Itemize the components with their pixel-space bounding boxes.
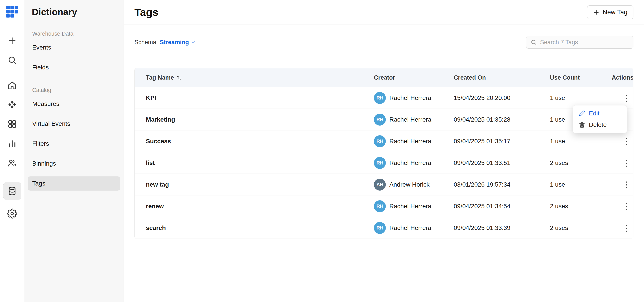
column-header-tag-name[interactable]: Tag Name bbox=[135, 74, 374, 81]
kebab-menu-icon[interactable]: ⋮ bbox=[619, 92, 634, 103]
sidebar-item-binnings[interactable]: Binnings bbox=[28, 157, 120, 171]
kebab-menu-icon[interactable]: ⋮ bbox=[619, 179, 634, 190]
dictionary-database-icon[interactable] bbox=[3, 182, 21, 200]
created-on: 09/04/2025 01:35:17 bbox=[454, 138, 550, 145]
created-on: 09/04/2025 01:33:51 bbox=[454, 160, 550, 167]
created-on: 15/04/2025 20:20:00 bbox=[454, 94, 550, 101]
sort-icon bbox=[176, 75, 182, 81]
table-row[interactable]: list RH Rachel Herrera 09/04/2025 01:33:… bbox=[135, 152, 633, 174]
table-row[interactable]: new tag AH Andrew Horick 03/01/2026 19:5… bbox=[135, 174, 633, 195]
app-logo-icon[interactable] bbox=[6, 5, 18, 18]
created-on: 09/04/2025 01:34:54 bbox=[454, 203, 550, 210]
table-row[interactable]: Marketing RH Rachel Herrera 09/04/2025 0… bbox=[135, 108, 633, 130]
creator-name: Rachel Herrera bbox=[389, 160, 431, 167]
settings-gear-icon[interactable] bbox=[6, 208, 18, 220]
use-count: 1 use bbox=[550, 94, 612, 101]
created-on: 09/04/2025 01:35:28 bbox=[454, 116, 550, 123]
sidebar-item-measures[interactable]: Measures bbox=[28, 97, 120, 111]
bar-chart-icon[interactable] bbox=[6, 137, 18, 149]
chevron-down-icon bbox=[191, 40, 196, 45]
tag-name: KPI bbox=[135, 94, 374, 101]
boards-icon[interactable] bbox=[6, 99, 18, 110]
creator-name: Rachel Herrera bbox=[389, 224, 431, 231]
actions-cell: ⋮ bbox=[612, 92, 634, 103]
sidebar-item-virtual-events[interactable]: Virtual Events bbox=[28, 117, 120, 131]
table-row[interactable]: Success RH Rachel Herrera 09/04/2025 01:… bbox=[135, 130, 633, 152]
actions-cell: ⋮ bbox=[612, 158, 634, 169]
new-tag-button[interactable]: New Tag bbox=[587, 5, 634, 19]
search-input[interactable] bbox=[540, 39, 629, 46]
avatar: RH bbox=[374, 222, 386, 234]
creator-name: Rachel Herrera bbox=[389, 94, 431, 101]
kebab-menu-icon[interactable]: ⋮ bbox=[619, 222, 634, 233]
table-row[interactable]: search RH Rachel Herrera 09/04/2025 01:3… bbox=[135, 217, 633, 239]
icon-rail bbox=[0, 0, 24, 302]
creator-cell: RH Rachel Herrera bbox=[374, 200, 454, 212]
created-on: 09/04/2025 01:33:39 bbox=[454, 224, 550, 231]
column-header-actions: Actions bbox=[612, 74, 634, 81]
new-tag-button-label: New Tag bbox=[603, 9, 628, 16]
plus-icon[interactable] bbox=[6, 35, 18, 47]
avatar: RH bbox=[374, 114, 386, 125]
users-icon[interactable] bbox=[6, 157, 18, 169]
creator-cell: RH Rachel Herrera bbox=[374, 222, 454, 234]
creator-name: Rachel Herrera bbox=[389, 138, 431, 145]
app-root: Dictionary Warehouse Data Events Fields … bbox=[0, 0, 644, 302]
avatar: RH bbox=[374, 200, 386, 212]
table-body: KPI RH Rachel Herrera 15/04/2025 20:20:0… bbox=[135, 87, 633, 239]
sidebar-section-warehouse-data: Warehouse Data bbox=[32, 31, 124, 37]
creator-cell: RH Rachel Herrera bbox=[374, 157, 454, 169]
sidebar: Dictionary Warehouse Data Events Fields … bbox=[24, 0, 124, 302]
avatar: RH bbox=[374, 157, 386, 169]
created-on: 03/01/2026 19:57:34 bbox=[454, 181, 550, 188]
use-count: 1 use bbox=[550, 138, 612, 145]
sidebar-item-events[interactable]: Events bbox=[28, 41, 120, 55]
actions-cell: ⋮ bbox=[612, 222, 634, 233]
use-count: 1 use bbox=[550, 181, 612, 188]
creator-cell: RH Rachel Herrera bbox=[374, 135, 454, 147]
schema-label: Schema bbox=[134, 39, 156, 46]
table-row[interactable]: KPI RH Rachel Herrera 15/04/2025 20:20:0… bbox=[135, 87, 633, 108]
app-title: Dictionary bbox=[24, 6, 124, 18]
sidebar-item-fields[interactable]: Fields bbox=[28, 60, 120, 75]
avatar: AH bbox=[374, 179, 386, 191]
search-icon bbox=[530, 39, 537, 46]
creator-name: Andrew Horick bbox=[389, 181, 430, 188]
creator-cell: RH Rachel Herrera bbox=[374, 92, 454, 104]
controls-row: Schema Streaming bbox=[124, 36, 644, 49]
tag-name: Marketing bbox=[135, 116, 374, 123]
menu-item-edit[interactable]: Edit bbox=[573, 108, 627, 119]
creator-cell: AH Andrew Horick bbox=[374, 179, 454, 191]
avatar: RH bbox=[374, 92, 386, 104]
kebab-menu-icon[interactable]: ⋮ bbox=[619, 136, 634, 147]
tag-name: search bbox=[135, 224, 374, 231]
column-header-created-on: Created On bbox=[454, 74, 550, 81]
search-icon[interactable] bbox=[6, 54, 18, 66]
actions-cell: ⋮ bbox=[612, 136, 634, 147]
home-icon[interactable] bbox=[6, 79, 18, 91]
schema-dropdown[interactable]: Streaming bbox=[160, 39, 196, 46]
trash-icon bbox=[579, 122, 585, 128]
creator-cell: RH Rachel Herrera bbox=[374, 114, 454, 125]
tags-table: Tag Name Creator Created On Use Count Ac… bbox=[134, 68, 634, 239]
sidebar-item-filters[interactable]: Filters bbox=[28, 137, 120, 151]
column-header-use-count: Use Count bbox=[550, 74, 612, 81]
page-header: Tags New Tag bbox=[124, 0, 644, 25]
kebab-menu-icon[interactable]: ⋮ bbox=[619, 201, 634, 212]
sidebar-section-catalog: Catalog bbox=[32, 87, 124, 93]
sidebar-item-tags[interactable]: Tags bbox=[28, 177, 120, 191]
page-title: Tags bbox=[134, 6, 158, 18]
apps-grid-icon[interactable] bbox=[6, 118, 18, 130]
search-box[interactable] bbox=[526, 36, 634, 49]
plus-icon bbox=[593, 9, 600, 16]
creator-name: Rachel Herrera bbox=[389, 116, 431, 123]
main-content: Tags New Tag Schema Streaming bbox=[124, 0, 644, 302]
table-row[interactable]: renew RH Rachel Herrera 09/04/2025 01:34… bbox=[135, 195, 633, 217]
tag-name: renew bbox=[135, 203, 374, 210]
creator-name: Rachel Herrera bbox=[389, 203, 431, 210]
kebab-menu-icon[interactable]: ⋮ bbox=[619, 158, 634, 169]
schema-selected-value: Streaming bbox=[160, 39, 189, 46]
tag-name: new tag bbox=[135, 181, 374, 188]
actions-cell: ⋮ bbox=[612, 179, 634, 190]
menu-item-delete[interactable]: Delete bbox=[573, 119, 627, 131]
